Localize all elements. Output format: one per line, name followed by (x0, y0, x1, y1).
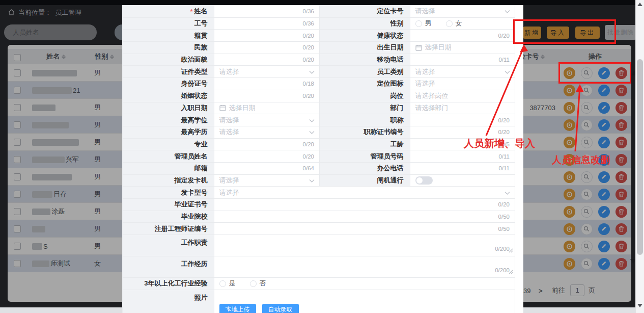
calendar-icon (415, 44, 422, 51)
char-counter: 0/20 (498, 201, 510, 207)
form-label: 管理员姓名 (123, 150, 214, 163)
form-textarea[interactable]: 0/200 (219, 235, 515, 256)
form-label: 性别 (320, 18, 410, 30)
form-label: 员工类别 (320, 66, 410, 78)
form-text-input[interactable]: 0/20 (219, 139, 319, 150)
form-label: 移动电话 (320, 54, 410, 66)
textarea-resize-icon[interactable] (509, 247, 513, 254)
form-label: 闸机通行 (320, 175, 410, 187)
chevron-down-icon (309, 176, 315, 184)
form-select[interactable]: 请选择 (219, 126, 319, 138)
form-label: 毕业证书号 (123, 199, 214, 211)
chevron-down-icon (309, 68, 315, 75)
char-counter: 0/50 (498, 226, 510, 232)
scroll-down-icon[interactable] (637, 304, 642, 307)
form-text-input[interactable]: 0/20 (219, 30, 319, 41)
form-text-input[interactable]: 0/11 (415, 150, 515, 162)
form-select[interactable]: 请选择 (219, 114, 319, 126)
form-text-input[interactable]: 0/11 (415, 54, 515, 66)
char-counter: 0/11 (498, 165, 510, 171)
char-counter: 0/36 (303, 8, 314, 14)
radio-option[interactable]: 男 (415, 19, 432, 28)
radio-circle-icon[interactable] (250, 280, 257, 287)
form-text-input[interactable]: 0/20 (415, 126, 515, 138)
form-select[interactable]: 请选择 (219, 66, 319, 77)
form-text-input[interactable]: 0/36 (219, 6, 319, 17)
form-select[interactable]: 请选择 (219, 175, 319, 187)
form-label: 办公电话 (320, 163, 410, 175)
form-text-input[interactable]: 0/64 (219, 163, 319, 174)
form-text-input[interactable]: 0/20 (219, 199, 515, 211)
form-label: 工作职责 (123, 235, 214, 256)
radio-option[interactable]: 女 (446, 19, 462, 28)
char-counter: 0/20 (498, 117, 510, 123)
chevron-down-icon (505, 68, 510, 75)
form-select[interactable]: 请选择 (415, 66, 515, 77)
form-label: 职称证书编号 (320, 126, 410, 139)
form-textarea[interactable]: 0/200 (219, 256, 515, 277)
form-text-input[interactable]: 0/18 (219, 78, 319, 90)
form-label: 最高学历 (123, 126, 214, 139)
employee-form: *姓名0/36定位卡号请选择工号0/36性别男女籍贯0/20健康状态0/20民族… (122, 5, 515, 313)
radio-circle-icon[interactable] (219, 280, 226, 287)
form-label: 民族 (123, 42, 214, 54)
radio-circle-icon[interactable] (415, 20, 422, 27)
form-label: 籍贯 (123, 30, 214, 42)
employee-form-modal: *姓名0/36定位卡号请选择工号0/36性别男女籍贯0/20健康状态0/20民族… (122, 5, 523, 313)
char-counter: 0/11 (498, 153, 510, 160)
form-text-input[interactable]: 0/5 (415, 139, 515, 150)
photo-extra-control[interactable] (221, 309, 229, 313)
form-text-input[interactable]: 0/20 (219, 90, 319, 102)
chevron-down-icon (505, 8, 510, 15)
chevron-down-icon (309, 128, 315, 136)
form-text-input[interactable]: 0/20 (415, 114, 515, 126)
char-counter: 0/200 (495, 267, 510, 273)
form-label: 证件类型 (123, 66, 214, 78)
form-label: 职称 (320, 114, 410, 126)
form-select[interactable]: 请选择 (415, 78, 515, 90)
form-text-input[interactable]: 0/20 (415, 30, 515, 41)
form-text-input[interactable]: 0/20 (219, 42, 319, 54)
form-text-input[interactable]: 0/50 (219, 223, 515, 234)
form-text-input[interactable]: 0/36 (219, 18, 319, 30)
form-label: 照片 (123, 290, 214, 313)
char-counter: 0/20 (498, 33, 510, 39)
gate-pass-toggle[interactable] (415, 176, 433, 185)
scrollbar-thumb[interactable] (637, 59, 643, 255)
form-label: 工龄 (320, 139, 410, 151)
form-label: 3年以上化工行业经验 (123, 278, 214, 290)
radio-option[interactable]: 否 (250, 279, 266, 288)
form-select[interactable]: 请选择部门 (415, 102, 515, 114)
form-label: 专业 (123, 139, 214, 151)
chevron-down-icon (505, 189, 510, 196)
form-select[interactable]: 请选择 (415, 6, 515, 17)
form-text-input[interactable]: 0/20 (219, 150, 319, 162)
form-label: 入职日期 (123, 102, 214, 115)
scroll-up-icon[interactable] (637, 3, 642, 6)
textarea-resize-icon[interactable] (509, 268, 513, 276)
form-date-picker[interactable]: 选择日期 (415, 42, 515, 54)
form-label: 身份证号 (123, 78, 214, 90)
auto-capture-button[interactable]: 自动录取 (262, 304, 299, 313)
form-label: 工号 (123, 18, 214, 30)
char-counter: 0/20 (303, 33, 314, 39)
browser-scrollbar[interactable] (635, 0, 644, 313)
radio-option[interactable]: 是 (219, 279, 236, 288)
form-text-input[interactable]: 0/20 (219, 54, 319, 66)
form-label: 注册工程师证编号 (123, 223, 214, 235)
form-label: 定位卡号 (320, 6, 410, 18)
form-select[interactable]: 请选择岗位 (415, 90, 515, 102)
char-counter: 0/11 (498, 57, 510, 63)
char-counter: 0/20 (498, 129, 510, 135)
form-label: 发卡型号 (123, 187, 214, 199)
form-date-picker[interactable]: 选择日期 (219, 102, 319, 114)
radio-circle-icon[interactable] (446, 20, 453, 27)
form-label: 婚姻状态 (123, 90, 214, 102)
modal-scroll-gutter[interactable] (515, 5, 523, 313)
char-counter: 0/20 (303, 57, 314, 63)
form-text-input[interactable]: 0/11 (415, 163, 515, 174)
form-text-input[interactable]: 0/50 (219, 211, 515, 223)
char-counter: 0/20 (303, 141, 314, 147)
char-counter: 0/20 (303, 93, 314, 99)
form-select[interactable]: 请选择 (219, 187, 515, 198)
